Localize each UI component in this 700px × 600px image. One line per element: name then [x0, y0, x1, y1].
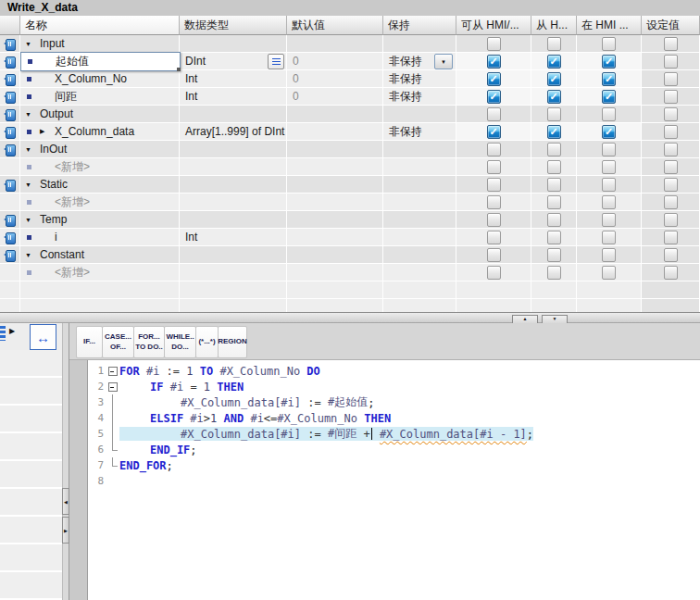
column-header[interactable]: 数据类型 [180, 16, 287, 35]
hmi-visible-checkbox[interactable]: ✓ [602, 55, 616, 69]
code-line[interactable]: 1FOR #i := 1 TO #X_Column_No DO [88, 363, 700, 379]
cell-name[interactable]: i [20, 229, 180, 246]
cell-retain[interactable] [383, 141, 456, 158]
hmi-accessible-checkbox[interactable]: ✓ [487, 90, 501, 104]
name-edit-field[interactable]: 起始值 [20, 52, 181, 71]
cell-retain[interactable]: 非保持 [383, 70, 456, 88]
cell-name[interactable]: ▼Output [20, 106, 180, 123]
snippet-button-region[interactable]: REGION [218, 326, 247, 358]
vertical-splitter[interactable] [62, 323, 69, 600]
cell-datatype[interactable] [180, 194, 287, 211]
cell-default-value[interactable]: 0 [287, 88, 383, 106]
cell-retain[interactable]: 非保持 [383, 88, 456, 106]
code-line[interactable]: 4ELSIF #i>1 AND #i<=#X_Column_No THEN [88, 410, 700, 426]
scl-code-editor[interactable]: 1FOR #i := 1 TO #X_Column_No DO2IF #i = … [88, 360, 700, 600]
hmi-accessible-checkbox[interactable] [487, 231, 501, 244]
hmi-visible-checkbox[interactable]: ✓ [602, 125, 616, 139]
hmi-visible-checkbox[interactable] [602, 266, 616, 280]
hmi-writable-checkbox[interactable] [547, 37, 561, 51]
section-collapse-icon[interactable]: ▼ [25, 41, 34, 47]
setpoint-checkbox[interactable] [664, 231, 678, 244]
retain-dropdown-button[interactable]: ▼ [434, 54, 453, 69]
hmi-accessible-checkbox[interactable]: ✓ [487, 125, 501, 139]
hmi-writable-checkbox[interactable] [547, 266, 561, 280]
hmi-accessible-checkbox[interactable] [487, 37, 501, 51]
cell-retain[interactable] [383, 229, 456, 246]
cell-datatype[interactable] [180, 106, 287, 123]
hmi-accessible-checkbox[interactable] [487, 160, 501, 174]
hmi-writable-checkbox[interactable]: ✓ [547, 55, 561, 69]
hmi-visible-checkbox[interactable] [602, 195, 616, 209]
hmi-writable-checkbox[interactable] [547, 178, 561, 192]
column-header[interactable]: 从 H... [531, 16, 577, 35]
setpoint-checkbox[interactable] [664, 125, 678, 139]
cell-resize-handle[interactable] [177, 68, 181, 71]
setpoint-checkbox[interactable] [664, 90, 678, 104]
snippet-button-if[interactable]: IF... [76, 326, 103, 358]
cell-default-value[interactable] [287, 229, 383, 246]
cell-name[interactable]: <新增> [20, 158, 180, 176]
cell-retain[interactable] [383, 194, 456, 211]
setpoint-checkbox[interactable] [664, 213, 678, 227]
cell-datatype[interactable] [180, 141, 287, 158]
hmi-accessible-checkbox[interactable] [487, 143, 501, 156]
code-line[interactable]: 5#X_Column_data[#i] := #间距 + #X_Column_d… [88, 426, 700, 442]
cell-name[interactable]: ▼Constant [20, 246, 180, 264]
cell-datatype[interactable] [180, 246, 287, 264]
setpoint-checkbox[interactable] [664, 248, 678, 262]
hmi-accessible-checkbox[interactable] [487, 213, 501, 227]
hmi-visible-checkbox[interactable] [602, 143, 616, 156]
panel-list-icon[interactable] [0, 326, 6, 341]
section-collapse-icon[interactable]: ▼ [25, 111, 34, 118]
code-line[interactable]: 8 [88, 473, 700, 489]
cell-retain[interactable] [383, 264, 456, 281]
cell-datatype[interactable]: DInt [180, 53, 287, 70]
cell-retain[interactable] [383, 106, 456, 123]
cell-retain[interactable] [383, 246, 456, 264]
hmi-accessible-checkbox[interactable] [487, 266, 501, 280]
hmi-visible-checkbox[interactable] [602, 178, 616, 192]
column-header[interactable]: 在 HMI ... [577, 16, 642, 35]
code-line[interactable]: 2IF #i = 1 THEN [88, 379, 700, 394]
code-line[interactable]: 3#X_Column_data[#i] := #起始值; [88, 394, 700, 410]
column-header[interactable] [0, 16, 20, 35]
cell-datatype[interactable]: Int [180, 70, 287, 88]
collapse-right-button[interactable]: ▶ [62, 517, 69, 544]
hmi-accessible-checkbox[interactable] [487, 178, 501, 192]
cell-datatype[interactable] [180, 211, 287, 229]
cell-name[interactable]: ▼InOut [20, 141, 180, 158]
hmi-accessible-checkbox[interactable] [487, 248, 501, 262]
cell-name[interactable]: 间距 [20, 88, 180, 106]
code-line[interactable]: 6END_IF; [88, 442, 700, 457]
setpoint-checkbox[interactable] [664, 266, 678, 280]
cell-default-value[interactable]: 0 [287, 70, 383, 88]
cell-datatype[interactable]: Array[1..999] of DInt [180, 123, 287, 141]
cell-datatype[interactable] [180, 176, 287, 194]
column-header[interactable]: 名称 [20, 16, 180, 35]
code-line[interactable]: 7END_FOR; [88, 457, 700, 473]
hmi-accessible-checkbox[interactable] [487, 107, 501, 121]
setpoint-checkbox[interactable] [664, 55, 678, 69]
hmi-accessible-checkbox[interactable]: ✓ [487, 72, 501, 86]
cell-default-value[interactable] [287, 264, 383, 281]
hmi-writable-checkbox[interactable] [547, 231, 561, 244]
hmi-visible-checkbox[interactable] [602, 107, 616, 121]
cell-default-value[interactable] [287, 123, 383, 141]
hmi-writable-checkbox[interactable] [547, 213, 561, 227]
cell-default-value[interactable] [287, 194, 383, 211]
cell-retain[interactable]: 非保持 [383, 123, 456, 141]
hmi-writable-checkbox[interactable]: ✓ [547, 125, 561, 139]
hmi-writable-checkbox[interactable] [547, 107, 561, 121]
cell-name[interactable]: <新增> [20, 264, 180, 281]
hmi-writable-checkbox[interactable] [547, 195, 561, 209]
cell-datatype[interactable] [180, 264, 287, 281]
hmi-visible-checkbox[interactable] [602, 231, 616, 244]
cell-name[interactable]: ▼Input [20, 35, 180, 53]
setpoint-checkbox[interactable] [664, 143, 678, 156]
cell-default-value[interactable] [287, 176, 383, 194]
cell-name[interactable]: <新增> [20, 194, 180, 211]
hmi-accessible-checkbox[interactable]: ✓ [487, 55, 501, 69]
cell-retain[interactable] [383, 211, 456, 229]
cell-default-value[interactable] [287, 246, 383, 264]
hmi-writable-checkbox[interactable]: ✓ [547, 90, 561, 104]
